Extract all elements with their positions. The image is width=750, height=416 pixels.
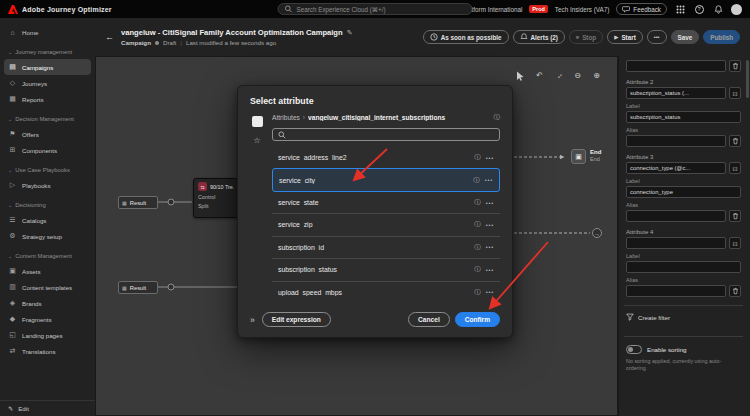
sidebar-section-use-case-playbooks[interactable]: ⌄Use Case Playbooks <box>0 163 95 177</box>
attribute-label-field[interactable] <box>626 261 741 273</box>
info-icon[interactable]: ⓘ <box>474 198 481 207</box>
attributes-grid-icon[interactable] <box>252 116 263 127</box>
info-icon[interactable]: ⓘ <box>474 265 481 274</box>
sidebar-item-journeys[interactable]: ◇Journeys <box>0 75 95 91</box>
attribute-picker-button[interactable]: ⊡ <box>729 87 741 99</box>
alerts-button[interactable]: Alerts (2) <box>513 30 565 44</box>
scrollbar-thumb[interactable] <box>746 60 749 98</box>
more-dots-icon[interactable]: ••• <box>486 267 494 273</box>
sandbox-switcher[interactable]: Tech Insiders (VA7) <box>555 6 609 13</box>
split-node[interactable]: ⇆ 90/10 Tre... Control Split <box>193 178 239 218</box>
favorites-star-icon[interactable]: ☆ <box>253 136 260 145</box>
attribute-row-service-city[interactable]: service_city ⓘ ••• <box>272 168 500 191</box>
attribute-value-field[interactable]: connection_type (@c... <box>626 162 726 174</box>
more-dots-icon[interactable]: ••• <box>485 177 493 183</box>
attribute-value-field[interactable] <box>626 237 726 249</box>
attribute-row-service-zip[interactable]: service_zip ⓘ ••• <box>272 213 500 235</box>
global-search-placeholder: Search Experience Cloud (⌘+/) <box>297 6 386 13</box>
sidebar-item-reports[interactable]: ▦Reports <box>0 91 95 107</box>
sidebar-item-brands[interactable]: ◈Brands <box>0 295 95 311</box>
confirm-button[interactable]: Confirm <box>455 312 500 327</box>
select-cursor-icon[interactable] <box>514 69 527 82</box>
more-dots-icon[interactable]: ••• <box>486 155 494 161</box>
start-button[interactable]: ▶ Start <box>607 30 643 44</box>
feedback-button[interactable]: Feedback <box>616 3 667 15</box>
info-icon[interactable]: ⓘ <box>493 113 500 122</box>
sidebar-item-strategy-setup[interactable]: ⚙Strategy setup <box>0 228 95 244</box>
attribute-row-upload-speed-mbps[interactable]: upload_speed_mbps ⓘ ••• <box>272 281 500 303</box>
edit-expression-button[interactable]: Edit expression <box>262 312 331 327</box>
sidebar-footer-edit[interactable]: ✎Edit <box>0 400 95 416</box>
sidebar-item-catalogs[interactable]: ☰Catalogs <box>0 212 95 228</box>
sidebar-item-landing-pages[interactable]: ◱Landing pages <box>0 327 95 343</box>
notifications-bell-icon[interactable] <box>712 3 724 15</box>
attribute-row-subscription-status[interactable]: subscription_status ⓘ ••• <box>272 258 500 280</box>
attribute-value-field[interactable]: subscription_status (... <box>626 87 726 99</box>
global-search-input[interactable]: Search Experience Cloud (⌘+/) <box>278 3 473 15</box>
apps-grid-icon[interactable] <box>674 3 686 15</box>
sidebar-item-fragments[interactable]: ◆Fragments <box>0 311 95 327</box>
info-icon[interactable]: ⓘ <box>474 243 481 252</box>
zoom-in-icon[interactable]: ⊕ <box>590 69 603 82</box>
sidebar-item-playbooks[interactable]: ▷Playbooks <box>0 177 95 193</box>
schedule-button[interactable]: As soon as possible <box>423 30 509 44</box>
sidebar-item-translations[interactable]: ⇄Translations <box>0 343 95 359</box>
stop-button[interactable]: ■ Stop <box>569 30 603 44</box>
more-dots-icon[interactable]: ••• <box>486 222 494 228</box>
undo-icon[interactable]: ↶ <box>533 69 546 82</box>
help-icon[interactable]: ? <box>693 3 705 15</box>
attribute-label-field[interactable]: subscription_status <box>626 111 741 123</box>
content-templates-icon: ▥ <box>8 283 17 291</box>
sidebar-item-campaigns[interactable]: ▤Campaigns <box>4 59 91 75</box>
cancel-button[interactable]: Cancel <box>408 312 450 327</box>
attribute-row-service-state[interactable]: service_state ⓘ ••• <box>272 192 500 213</box>
user-avatar[interactable] <box>731 4 742 15</box>
save-button[interactable]: Save <box>671 30 700 44</box>
result-node-1[interactable]: ▦ Result <box>118 196 158 209</box>
attribute-search-input[interactable] <box>272 128 500 141</box>
attribute-picker-button[interactable]: ⊡ <box>729 162 741 174</box>
label-caption: Label <box>626 253 741 259</box>
breadcrumb-root[interactable]: Attributes <box>272 114 300 121</box>
attribute-alias-field[interactable] <box>626 210 726 222</box>
rename-pencil-icon[interactable]: ✎ <box>347 29 353 37</box>
publish-button[interactable]: Publish <box>703 30 740 44</box>
sidebar-section-content-management[interactable]: ⌄Content Management <box>0 249 95 263</box>
sidebar-item-components[interactable]: ⊞Components <box>0 142 95 158</box>
create-filter-button[interactable]: Create filter <box>626 306 741 328</box>
info-icon[interactable]: ⓘ <box>473 176 480 185</box>
result-node-2[interactable]: ▦ Result <box>118 281 158 294</box>
sidebar-item-home[interactable]: ⌂Home <box>0 24 95 40</box>
sidebar-section-decision-management[interactable]: ⌄Decision Management <box>0 112 95 126</box>
more-dots-icon[interactable]: ••• <box>486 244 494 250</box>
sidebar-section-journey-management[interactable]: ⌄Journey management <box>0 45 95 59</box>
enable-sorting-toggle[interactable] <box>626 345 642 354</box>
back-button[interactable]: ← <box>105 32 114 42</box>
more-actions-button[interactable]: ••• <box>647 30 667 44</box>
attribute-alias-field[interactable] <box>626 135 726 147</box>
attribute-row-service-address-line2[interactable]: service_address_line2 ⓘ ••• <box>272 147 500 168</box>
collapse-panel-icon[interactable]: » <box>250 315 255 325</box>
attribute-group-3: Attribute 3 connection_type (@c... ⊡ Lab… <box>626 154 741 222</box>
end-node[interactable]: ▣ End End <box>571 149 601 164</box>
delete-attribute-button[interactable] <box>729 135 741 147</box>
attribute-picker-button[interactable]: ⊡ <box>729 237 741 249</box>
zoom-out-icon[interactable]: ⊖ <box>571 69 584 82</box>
attribute-1-alias-field[interactable] <box>626 60 726 72</box>
attribute-label-field[interactable]: connection_type <box>626 186 741 198</box>
delete-attribute-button[interactable] <box>729 210 741 222</box>
sidebar-item-offers[interactable]: ⚑Offers <box>0 126 95 142</box>
info-icon[interactable]: ⓘ <box>474 153 481 162</box>
more-dots-icon[interactable]: ••• <box>486 200 494 206</box>
info-icon[interactable]: ⓘ <box>474 220 481 229</box>
attribute-row-subscription-id[interactable]: subscription_id ⓘ ••• <box>272 236 500 258</box>
attribute-alias-field[interactable] <box>626 285 726 297</box>
delete-attribute-button[interactable] <box>729 285 741 297</box>
more-dots-icon[interactable]: ••• <box>486 289 494 295</box>
delete-attribute-button[interactable] <box>729 60 741 72</box>
sidebar-section-decisioning[interactable]: ⌄Decisioning <box>0 198 95 212</box>
sidebar-item-content-templates[interactable]: ▥Content templates <box>0 279 95 295</box>
info-icon[interactable]: ⓘ <box>474 288 481 297</box>
sidebar-item-assets[interactable]: ▣Assets <box>0 263 95 279</box>
fit-to-screen-icon[interactable]: ↔ <box>552 69 565 82</box>
